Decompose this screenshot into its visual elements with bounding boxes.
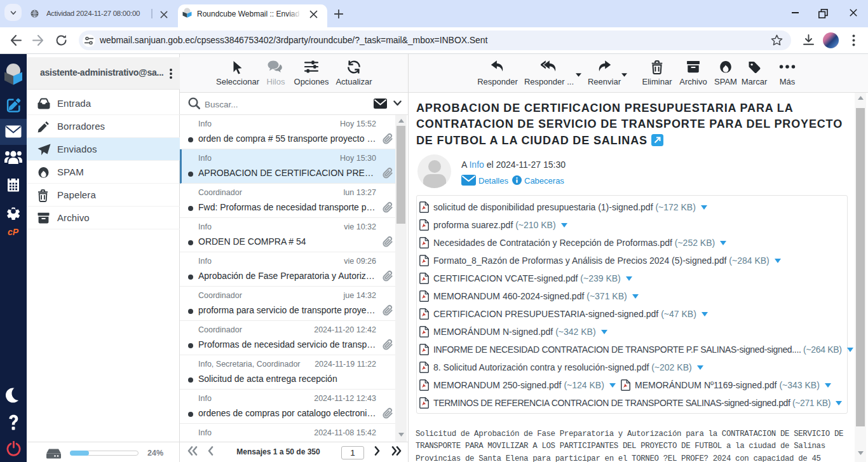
- svg-text:cP: cP: [8, 227, 19, 237]
